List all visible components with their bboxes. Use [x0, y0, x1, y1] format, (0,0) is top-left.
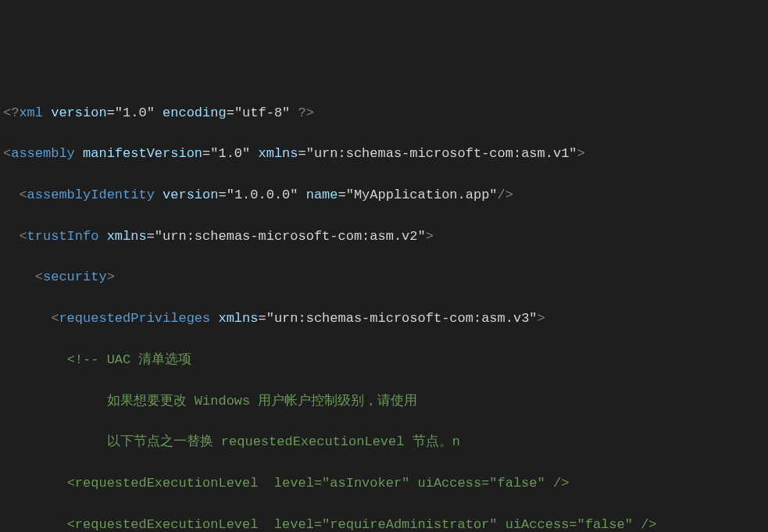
assemblyIdentity-tag: assemblyIdentity [27, 187, 155, 202]
attr-encoding: encoding [163, 105, 227, 120]
attr-version: version [163, 187, 218, 202]
assemblyIdentity-line: <assemblyIdentity version="1.0.0.0" name… [3, 185, 765, 205]
code-editor[interactable]: <?xml version="1.0" encoding="utf-8" ?> … [0, 82, 768, 532]
trustInfo-open-line: <trustInfo xmlns="urn:schemas-microsoft-… [3, 227, 765, 247]
requestedPrivileges-tag: requestedPrivileges [59, 311, 210, 326]
security-open-line: <security> [3, 267, 765, 287]
attr-xmlns: xmlns [107, 229, 147, 244]
comment-line: <requestedExecutionLevel level="asInvoke… [3, 473, 765, 494]
assembly-open-line: <assembly manifestVersion="1.0" xmlns="u… [3, 144, 765, 164]
xml-decl-close: ?> [298, 105, 314, 120]
comment-line: 以下节点之一替换 requestedExecutionLevel 节点。n [3, 432, 765, 452]
comment-line: <requestedExecutionLevel level="requireA… [3, 515, 765, 532]
assembly-tag: assembly [11, 146, 75, 161]
attr-xmlns: xmlns [258, 146, 298, 161]
comment-line: 如果想要更改 Windows 用户帐户控制级别，请使用 [3, 391, 765, 412]
comment-line: <!-- UAC 清单选项 [3, 350, 765, 370]
attr-name: name [306, 187, 338, 202]
security-tag: security [43, 270, 107, 284]
attr-manifestVersion: manifestVersion [83, 146, 202, 161]
xml-declaration-line: <?xml version="1.0" encoding="utf-8" ?> [3, 103, 765, 123]
requestedPrivileges-open-line: <requestedPrivileges xmlns="urn:schemas-… [3, 309, 765, 329]
attr-version: version [51, 105, 106, 120]
xml-decl-name: xml [19, 105, 43, 120]
attr-xmlns: xmlns [218, 311, 258, 326]
xml-decl-open: <? [3, 105, 19, 120]
trustInfo-tag: trustInfo [27, 229, 99, 244]
comment-open: <!-- [67, 352, 99, 367]
